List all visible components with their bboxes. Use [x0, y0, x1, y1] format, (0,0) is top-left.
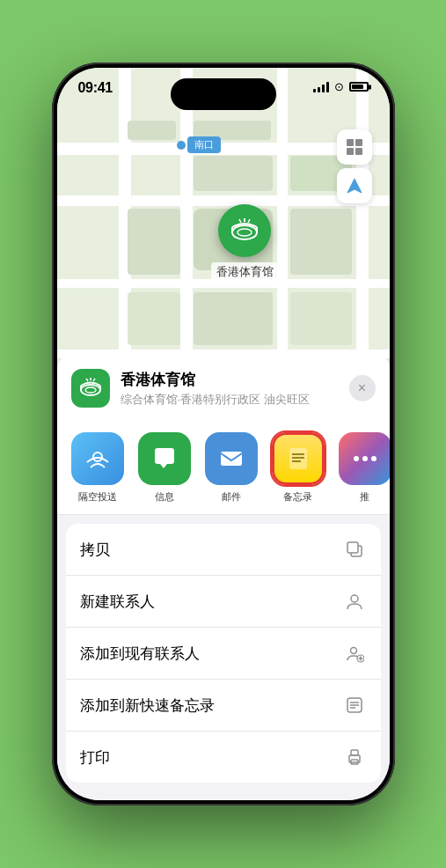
signal-icon: [313, 82, 329, 92]
svg-rect-0: [347, 139, 354, 146]
action-copy-label: 拷贝: [80, 540, 110, 560]
svg-point-26: [362, 456, 368, 461]
svg-rect-21: [289, 448, 307, 469]
svg-point-5: [232, 225, 257, 239]
bottom-sheet: 香港体育馆 综合体育馆·香港特别行政区 油尖旺区 × 隔空投: [57, 355, 390, 800]
action-print-label: 打印: [80, 747, 110, 768]
share-row: 隔空投送 信息: [57, 418, 390, 515]
more-icon: [339, 432, 390, 485]
quick-note-icon: [342, 693, 367, 717]
location-label: 南口: [187, 136, 221, 153]
svg-point-31: [350, 648, 356, 654]
more-label: 推: [360, 490, 369, 504]
action-new-contact-label: 新建联系人: [80, 592, 155, 612]
action-add-contact-label: 添加到现有联系人: [80, 644, 200, 664]
svg-line-17: [86, 379, 88, 381]
svg-rect-2: [347, 148, 354, 155]
battery-icon: [349, 82, 369, 92]
action-list: 拷贝 新建联系人: [66, 524, 381, 783]
notes-label: 备忘录: [283, 490, 312, 504]
svg-point-6: [238, 229, 252, 236]
add-contact-icon: [342, 641, 367, 666]
svg-rect-29: [347, 542, 358, 553]
airdrop-label: 隔空投送: [78, 490, 117, 504]
venue-icon: [71, 369, 110, 408]
new-contact-icon: [342, 589, 367, 614]
wifi-icon: ⊙: [334, 80, 344, 93]
svg-rect-20: [221, 452, 242, 466]
close-button[interactable]: ×: [349, 375, 376, 401]
mail-icon: [205, 432, 258, 485]
svg-rect-3: [355, 148, 362, 155]
svg-line-11: [248, 219, 250, 223]
action-copy[interactable]: 拷贝: [66, 524, 381, 576]
share-notes[interactable]: 备忘录: [272, 432, 325, 504]
share-more[interactable]: 推: [339, 432, 390, 504]
svg-point-12: [81, 385, 100, 395]
mail-label: 邮件: [222, 490, 241, 504]
notes-icon: [272, 432, 325, 485]
svg-point-27: [371, 456, 377, 461]
copy-icon: [342, 537, 367, 562]
share-messages[interactable]: 信息: [138, 432, 191, 504]
stadium-pin: 香港体育馆: [211, 204, 279, 282]
svg-point-30: [351, 595, 358, 602]
status-icons: ⊙: [313, 80, 369, 93]
venue-name: 香港体育馆: [121, 370, 349, 390]
sheet-header: 香港体育馆 综合体育馆·香港特别行政区 油尖旺区 ×: [57, 355, 390, 418]
svg-marker-4: [347, 179, 362, 193]
map-type-button[interactable]: [337, 129, 372, 165]
action-quick-note[interactable]: 添加到新快速备忘录: [66, 680, 381, 732]
phone-frame: 09:41 ⊙ 南口: [52, 63, 395, 805]
action-new-contact[interactable]: 新建联系人: [66, 576, 381, 628]
messages-icon: [138, 432, 191, 485]
share-airdrop[interactable]: 隔空投送: [71, 432, 124, 504]
pin-circle: [218, 204, 271, 257]
print-icon: [342, 745, 367, 769]
svg-point-13: [85, 387, 96, 393]
dynamic-island: [171, 78, 276, 110]
location-button[interactable]: [337, 168, 372, 203]
svg-line-18: [93, 379, 95, 381]
svg-line-10: [239, 219, 241, 223]
phone-screen: 09:41 ⊙ 南口: [57, 68, 390, 800]
action-quick-note-label: 添加到新快速备忘录: [80, 695, 215, 716]
svg-point-25: [354, 456, 359, 461]
pin-label: 香港体育馆: [211, 262, 279, 282]
messages-label: 信息: [155, 490, 174, 504]
svg-rect-40: [351, 750, 358, 755]
airdrop-icon: [71, 432, 124, 485]
venue-info: 香港体育馆 综合体育馆·香港特别行政区 油尖旺区: [121, 370, 349, 408]
action-print[interactable]: 打印: [66, 732, 381, 783]
status-time: 09:41: [78, 80, 113, 96]
map-controls: [337, 129, 372, 207]
svg-rect-1: [355, 139, 362, 146]
venue-subtitle: 综合体育馆·香港特别行政区 油尖旺区: [121, 392, 349, 408]
action-add-to-contact[interactable]: 添加到现有联系人: [66, 628, 381, 680]
share-mail[interactable]: 邮件: [205, 432, 258, 504]
